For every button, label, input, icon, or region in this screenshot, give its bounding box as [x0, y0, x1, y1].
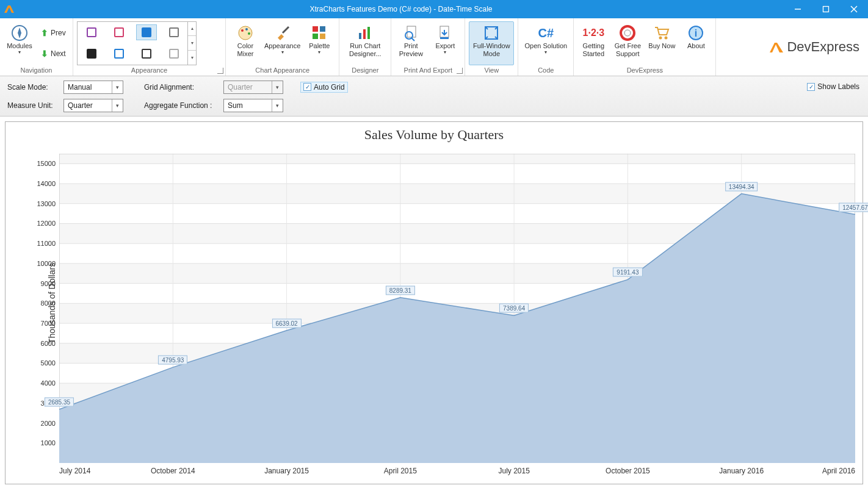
- color-mixer-label: Color Mixer: [237, 42, 254, 58]
- gallery-scroller[interactable]: ▴ ▾ ▾: [188, 21, 197, 65]
- group-label: View: [465, 65, 518, 76]
- chevron-up-icon[interactable]: ▴: [188, 22, 196, 37]
- full-window-mode-button[interactable]: Full-Window Mode: [469, 21, 514, 65]
- plot-area: 2685.354795.936639.028289.317389.649191.…: [59, 154, 855, 463]
- minimize-button[interactable]: [784, 0, 812, 18]
- modules-button[interactable]: Modules ▾: [4, 21, 35, 65]
- next-label: Next: [51, 49, 66, 58]
- chevron-down-icon[interactable]: ▾: [272, 99, 283, 112]
- chevron-down-icon[interactable]: ▾: [112, 81, 123, 93]
- chevron-down-icon[interactable]: ▾: [112, 99, 123, 112]
- x-tick-label: April 2016: [822, 467, 855, 475]
- y-tick-label: 11000: [37, 240, 56, 247]
- dialog-launcher-icon[interactable]: [217, 68, 223, 74]
- aggregate-combo[interactable]: ▾: [223, 99, 283, 112]
- measure-unit-value[interactable]: [64, 99, 112, 112]
- window-controls: [784, 0, 868, 18]
- open-solution-button[interactable]: C# Open Solution ▾: [522, 21, 570, 65]
- svg-point-8: [241, 29, 244, 32]
- x-tick-label: January 2016: [719, 467, 764, 475]
- svg-point-28: [665, 36, 668, 39]
- group-label: Print And Export: [391, 65, 465, 76]
- grid-alignment-label: Grid Alignment:: [144, 83, 217, 92]
- data-point-label: 7389.64: [499, 304, 529, 313]
- palette-button[interactable]: Palette ▾: [303, 21, 335, 65]
- export-button[interactable]: Export ▾: [429, 21, 461, 65]
- color-mixer-button[interactable]: Color Mixer: [230, 21, 261, 65]
- skin-gallery[interactable]: [77, 21, 188, 65]
- y-tick-label: 13000: [37, 200, 56, 207]
- y-tick-label: 1000: [41, 439, 56, 447]
- chevron-down-icon: ▾: [318, 50, 320, 55]
- checkbox-icon: ✓: [807, 83, 815, 91]
- group-label: Navigation: [0, 65, 73, 76]
- y-tick-label: 14000: [37, 180, 56, 187]
- close-button[interactable]: [840, 0, 868, 18]
- support-button[interactable]: Get Free Support: [612, 21, 643, 65]
- run-designer-label: Run Chart Designer...: [349, 42, 382, 58]
- y-tick-label: 9000: [41, 280, 56, 287]
- about-button[interactable]: i About: [680, 21, 712, 65]
- brush-icon: [272, 24, 293, 42]
- grid-alignment-value: [224, 81, 272, 93]
- export-label: Export: [435, 42, 455, 50]
- chevron-down-icon[interactable]: ▾: [188, 36, 196, 51]
- scale-mode-value[interactable]: [64, 81, 112, 93]
- ribbon-group-view: Full-Window Mode View: [465, 18, 518, 76]
- info-icon: i: [685, 24, 706, 42]
- data-point-label: 4795.93: [158, 356, 187, 365]
- run-chart-designer-button[interactable]: Run Chart Designer...: [343, 21, 387, 65]
- expand-gallery-icon[interactable]: ▾: [188, 51, 196, 65]
- skin-item[interactable]: [109, 24, 129, 40]
- brand-logo: DevExpress: [770, 18, 868, 76]
- measure-unit-combo[interactable]: ▾: [63, 99, 123, 112]
- skin-item[interactable]: [81, 24, 102, 40]
- data-point-label: 6639.02: [272, 318, 301, 328]
- getting-started-button[interactable]: 1·2·3 Getting Started: [577, 21, 609, 65]
- skin-item-selected[interactable]: [136, 24, 157, 40]
- fullscreen-icon: [481, 24, 502, 42]
- print-preview-button[interactable]: Print Preview: [395, 21, 427, 65]
- next-button[interactable]: ⬇Next: [38, 44, 69, 63]
- scale-mode-combo[interactable]: ▾: [63, 81, 123, 94]
- show-labels-checkbox[interactable]: ✓ Show Labels: [807, 82, 859, 91]
- cart-icon: [651, 24, 672, 42]
- skin-item[interactable]: [136, 46, 157, 62]
- appearance-button[interactable]: Appearance ▾: [264, 21, 301, 65]
- prev-button[interactable]: ⬆Prev: [38, 23, 69, 43]
- data-point-label: 9191.43: [613, 268, 642, 277]
- skin-item[interactable]: [81, 46, 102, 62]
- svg-rect-15: [320, 34, 325, 39]
- chevron-down-icon: ▾: [444, 50, 446, 55]
- auto-grid-checkbox[interactable]: ✓ Auto Grid: [300, 82, 348, 93]
- skin-item[interactable]: [164, 24, 184, 40]
- lifebuoy-icon: [617, 24, 638, 42]
- y-tick-label: 15000: [37, 160, 56, 167]
- buy-now-button[interactable]: Buy Now: [646, 21, 678, 65]
- ribbon-group-print-export: Print Preview Export ▾ Print And Export: [391, 18, 465, 76]
- maximize-button[interactable]: [812, 0, 840, 18]
- skin-item[interactable]: [109, 46, 129, 62]
- ribbon-group-appearance: ▴ ▾ ▾ Appearance: [73, 18, 226, 76]
- compass-icon: [9, 24, 30, 42]
- window-title: XtraCharts Features Demo (C# code) - Dat…: [18, 5, 784, 13]
- aggregate-value[interactable]: [224, 99, 272, 112]
- dialog-launcher-icon[interactable]: [457, 68, 463, 74]
- x-tick-label: October 2014: [151, 467, 195, 475]
- data-point-label: 12457.67: [839, 203, 868, 212]
- chevron-down-icon: ▾: [18, 50, 21, 55]
- svg-rect-18: [367, 27, 370, 39]
- checkbox-icon: ✓: [303, 83, 311, 91]
- svg-rect-13: [320, 26, 325, 32]
- grid-alignment-combo: ▾: [223, 81, 283, 94]
- print-preview-label: Print Preview: [399, 42, 423, 58]
- skin-item[interactable]: [164, 46, 184, 62]
- palette-icon: [235, 24, 256, 42]
- aggregate-label: Aggregate Function :: [144, 101, 217, 110]
- modules-label: Modules: [7, 42, 32, 50]
- ribbon-group-chart-appearance: Color Mixer Appearance ▾ Palette ▾ Chart…: [226, 18, 339, 76]
- svg-rect-23: [440, 37, 449, 39]
- chart-panel: Sales Volume by Quarters Thousands of Do…: [5, 121, 863, 484]
- auto-grid-label: Auto Grid: [314, 83, 345, 92]
- group-label: Code: [518, 65, 573, 76]
